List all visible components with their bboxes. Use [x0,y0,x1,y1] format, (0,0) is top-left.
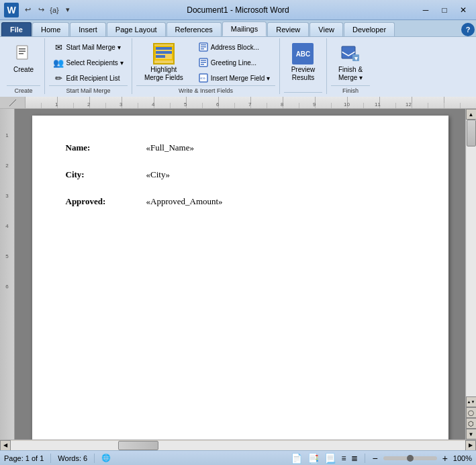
language-icon: 🌐 [101,454,111,462]
insert-merge-field-icon: «» [198,73,209,83]
start-mail-merge-content: ✉ Start Mail Merge ▾ 👥 Select Recipients… [50,40,126,85]
scroll-track[interactable] [467,120,476,396]
ribbon-content: Create Create ✉ Start Mail Merge ▾ 👥 [0,36,476,97]
title-bar-left: W ↩ ↪ {a} ▾ [4,3,74,17]
vertical-scrollbar: ▲ ▲▼ ◯ ⬡ ▼ [465,109,476,439]
view-outline[interactable]: ≡ [341,454,346,463]
scroll-h-track[interactable] [11,441,465,450]
ribbon-group-finish: ▾ Finish &Merge ▾ Finish [327,38,374,94]
tab-strip: File Home Insert Page Layout References … [0,20,476,36]
write-insert-group-label: Write & Insert Fields [136,85,275,94]
scroll-down-button[interactable]: ▼ [466,429,477,439]
scroll-right-button[interactable]: ▶ [465,440,476,451]
title-bar: W ↩ ↪ {a} ▾ Document1 - Microsoft Word ─… [0,0,476,20]
start-mail-merge-group-label: Start Mail Merge [49,85,128,94]
city-field-row: City: «City» [66,169,415,180]
scroll-thumb[interactable] [467,120,476,146]
minimize-button[interactable]: ─ [417,3,434,17]
name-field-row: Name: «Full_Name» [66,142,415,153]
finish-merge-icon: ▾ [340,43,361,65]
svg-text:▾: ▾ [354,55,358,62]
scroll-h-thumb[interactable] [118,441,158,450]
tab-mailings[interactable]: Mailings [222,22,267,36]
svg-rect-15 [201,64,204,65]
city-merge-field: «City» [146,169,170,180]
start-mail-merge-stack: ✉ Start Mail Merge ▾ 👥 Select Recipients… [50,40,126,85]
city-label: City: [66,169,146,180]
start-mail-merge-button[interactable]: ✉ Start Mail Merge ▾ [50,40,126,54]
greeting-line-label: Greeting Line... [211,59,256,67]
edit-recipients-icon: ✏ [53,73,64,83]
auto-format-button[interactable]: {a} [48,4,60,16]
scroll-up-button[interactable]: ▲ [466,109,477,120]
edit-recipient-list-button[interactable]: ✏ Edit Recipient List [50,71,126,85]
app-window: W ↩ ↪ {a} ▾ Document1 - Microsoft Word ─… [0,0,476,465]
finish-group-label: Finish [331,85,370,94]
start-mail-merge-icon: ✉ [53,42,64,52]
insert-merge-field-label: Insert Merge Field ▾ [211,75,270,82]
zoom-in-button[interactable]: + [442,453,448,464]
vertical-ruler: 1 2 3 4 5 6 [0,109,15,439]
status-sep-2 [94,454,95,463]
select-recipients-label: Select Recipients ▾ [66,59,123,67]
svg-line-22 [9,99,16,106]
svg-rect-10 [201,46,206,48]
tab-references[interactable]: References [166,22,222,36]
svg-rect-14 [201,62,206,63]
ribbon: File Home Insert Page Layout References … [0,20,476,97]
select-recipients-button[interactable]: 👥 Select Recipients ▾ [50,55,126,70]
zoom-out-button[interactable]: − [372,453,377,464]
finish-merge-button[interactable]: ▾ Finish &Merge ▾ [332,40,369,85]
tab-developer[interactable]: Developer [344,22,395,36]
word-count: Words: 6 [58,454,87,462]
scroll-view-expand[interactable]: ▲▼ [466,396,477,407]
tab-home[interactable]: Home [32,22,69,36]
address-block-label: Address Block... [211,44,259,51]
scroll-prev-page[interactable]: ◯ [466,407,477,418]
horizontal-ruler: 1 2 3 4 5 6 7 8 9 10 11 12 [0,97,476,109]
select-recipients-icon: 👥 [53,57,64,68]
finish-content: ▾ Finish &Merge ▾ [332,40,369,85]
highlight-merge-fields-button[interactable]: HighlightMerge Fields [138,40,189,85]
window-controls: ─ □ ✕ [417,3,472,17]
view-full-screen[interactable]: 📑 [307,453,319,464]
preview-results-button[interactable]: ABC PreviewResults [285,40,322,85]
redo-button[interactable]: ↪ [35,4,47,16]
greeting-line-button[interactable]: Greeting Line... [195,55,273,70]
zoom-slider[interactable] [383,456,437,460]
ribbon-group-preview: ABC PreviewResults [280,38,327,94]
scroll-next-page[interactable]: ⬡ [466,418,477,429]
undo-button[interactable]: ↩ [21,4,34,16]
tab-insert[interactable]: Insert [70,22,106,36]
help-button[interactable]: ? [461,23,475,36]
scroll-left-button[interactable]: ◀ [0,440,11,451]
ribbon-group-write-insert: HighlightMerge Fields [132,38,280,94]
view-draft[interactable]: ≣ [351,454,358,463]
preview-results-label: PreviewResults [291,66,316,82]
tab-view[interactable]: View [310,22,343,36]
close-button[interactable]: ✕ [455,3,472,17]
restore-button[interactable]: □ [436,3,453,17]
insert-merge-field-button[interactable]: «» Insert Merge Field ▾ [195,71,273,85]
address-block-button[interactable]: Address Block... [195,40,273,54]
highlight-icon [153,43,175,65]
svg-rect-1 [19,48,26,50]
qat-dropdown-button[interactable]: ▾ [62,4,74,16]
approved-label: Approved: [66,196,146,207]
preview-group-label [284,92,322,94]
svg-rect-0 [17,46,28,59]
tab-review[interactable]: Review [267,22,309,36]
tab-file[interactable]: File [1,22,32,36]
tab-page-layout[interactable]: Page Layout [107,22,166,36]
full-name-merge-field: «Full_Name» [146,142,195,153]
view-web-layout[interactable]: 📃 [324,453,336,464]
highlight-merge-label: HighlightMerge Fields [144,66,183,82]
create-button[interactable]: Create [7,40,40,77]
svg-rect-13 [201,60,206,61]
view-print-layout[interactable]: 📄 [291,453,302,464]
finish-merge-label: Finish &Merge ▾ [338,66,363,82]
document-page[interactable]: Name: «Full_Name» City: «City» Approved:… [32,116,448,439]
ruler-main: 1 2 3 4 5 6 7 8 9 10 11 12 [26,97,476,108]
work-area: 1 2 3 4 5 6 7 8 9 10 11 12 1 [0,97,476,450]
approved-field-row: Approved: «Approved_Amount» [66,196,415,207]
